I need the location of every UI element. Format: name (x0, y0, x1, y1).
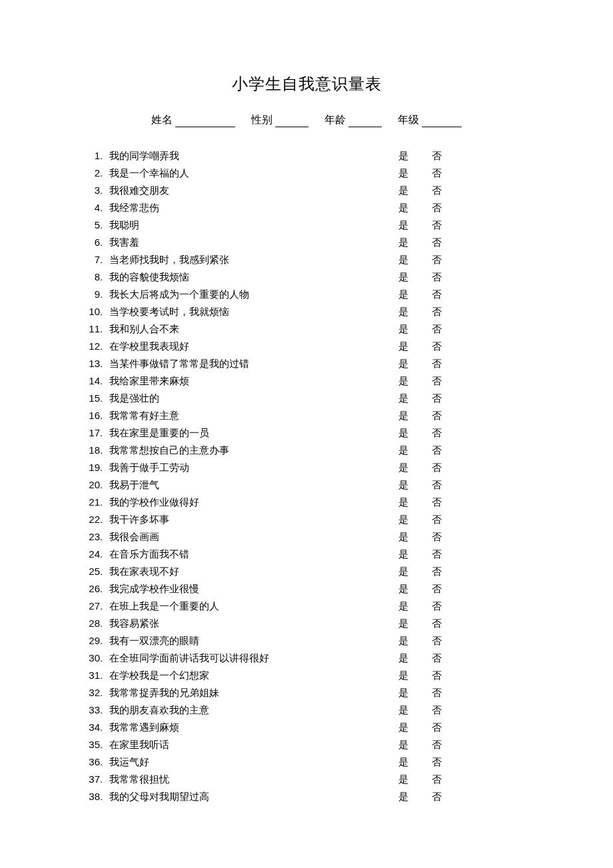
answer-no[interactable]: 否 (420, 199, 453, 217)
question-dot: . (100, 303, 109, 320)
answer-no[interactable]: 否 (420, 390, 453, 407)
field-age: 年龄 (324, 113, 382, 127)
answer-yes[interactable]: 是 (386, 546, 420, 563)
answer-yes[interactable]: 是 (386, 199, 420, 217)
answer-no[interactable]: 否 (420, 511, 453, 528)
answer-yes[interactable]: 是 (386, 442, 420, 459)
answer-yes[interactable]: 是 (386, 303, 420, 320)
answer-yes[interactable]: 是 (386, 494, 420, 511)
answer-yes[interactable]: 是 (386, 320, 420, 338)
answer-no[interactable]: 否 (420, 719, 453, 736)
name-input-line[interactable] (175, 115, 235, 127)
age-input-line[interactable] (348, 115, 382, 127)
answer-yes[interactable]: 是 (386, 407, 420, 424)
answer-no[interactable]: 否 (420, 234, 453, 251)
question-text: 我容易紧张 (109, 615, 386, 632)
question-text: 我的父母对我期望过高 (109, 788, 386, 805)
answer-yes[interactable]: 是 (386, 753, 420, 771)
answer-no[interactable]: 否 (420, 684, 453, 701)
answer-no[interactable]: 否 (420, 303, 453, 320)
answer-yes[interactable]: 是 (386, 355, 420, 372)
answer-yes[interactable]: 是 (386, 632, 420, 650)
answer-no[interactable]: 否 (420, 182, 453, 199)
answer-no[interactable]: 否 (420, 650, 453, 667)
answer-no[interactable]: 否 (420, 407, 453, 424)
answer-no[interactable]: 否 (420, 424, 453, 442)
answer-no[interactable]: 否 (420, 459, 453, 476)
answer-yes[interactable]: 是 (386, 771, 420, 788)
answer-no[interactable]: 否 (420, 736, 453, 753)
answer-yes[interactable]: 是 (386, 580, 420, 598)
answer-yes[interactable]: 是 (386, 390, 420, 407)
answer-no[interactable]: 否 (420, 442, 453, 459)
answer-no[interactable]: 否 (420, 528, 453, 546)
question-number: 23 (80, 528, 100, 546)
answer-yes[interactable]: 是 (386, 165, 420, 182)
answer-yes[interactable]: 是 (386, 563, 420, 580)
answer-yes[interactable]: 是 (386, 684, 420, 701)
answer-yes[interactable]: 是 (386, 667, 420, 684)
answer-no[interactable]: 否 (420, 476, 453, 494)
question-row: 10.当学校要考试时，我就烦恼是否 (80, 303, 533, 320)
answer-no[interactable]: 否 (420, 563, 453, 580)
question-dot: . (100, 476, 109, 494)
answer-no[interactable]: 否 (420, 598, 453, 615)
answer-no[interactable]: 否 (420, 753, 453, 771)
grade-input-line[interactable] (422, 115, 462, 127)
question-dot: . (100, 494, 109, 511)
answer-yes[interactable]: 是 (386, 476, 420, 494)
answer-yes[interactable]: 是 (386, 268, 420, 286)
answer-yes[interactable]: 是 (386, 286, 420, 303)
answer-yes[interactable]: 是 (386, 459, 420, 476)
answer-yes[interactable]: 是 (386, 788, 420, 805)
answer-yes[interactable]: 是 (386, 598, 420, 615)
answer-no[interactable]: 否 (420, 165, 453, 182)
answer-yes[interactable]: 是 (386, 338, 420, 355)
gender-input-line[interactable] (275, 115, 308, 127)
answer-yes[interactable]: 是 (386, 701, 420, 719)
question-row: 16.我常常有好主意是否 (80, 407, 533, 424)
answer-yes[interactable]: 是 (386, 251, 420, 268)
answer-yes[interactable]: 是 (386, 372, 420, 390)
answer-yes[interactable]: 是 (386, 615, 420, 632)
answer-no[interactable]: 否 (420, 268, 453, 286)
question-dot: . (100, 286, 109, 303)
question-text: 我的朋友喜欢我的主意 (109, 701, 386, 719)
question-dot: . (100, 338, 109, 355)
answer-no[interactable]: 否 (420, 632, 453, 650)
question-dot: . (100, 701, 109, 719)
answer-yes[interactable]: 是 (386, 182, 420, 199)
answer-no[interactable]: 否 (420, 320, 453, 338)
answer-no[interactable]: 否 (420, 546, 453, 563)
answer-no[interactable]: 否 (420, 372, 453, 390)
question-row: 28.我容易紧张是否 (80, 615, 533, 632)
question-dot: . (100, 217, 109, 234)
answer-no[interactable]: 否 (420, 217, 453, 234)
answer-yes[interactable]: 是 (386, 528, 420, 546)
question-row: 12.在学校里我表现好是否 (80, 338, 533, 355)
question-dot: . (100, 268, 109, 286)
answer-no[interactable]: 否 (420, 771, 453, 788)
answer-no[interactable]: 否 (420, 667, 453, 684)
answer-yes[interactable]: 是 (386, 511, 420, 528)
answer-no[interactable]: 否 (420, 615, 453, 632)
answer-no[interactable]: 否 (420, 286, 453, 303)
question-dot: . (100, 753, 109, 771)
answer-no[interactable]: 否 (420, 355, 453, 372)
answer-yes[interactable]: 是 (386, 217, 420, 234)
answer-yes[interactable]: 是 (386, 234, 420, 251)
question-number: 28 (80, 615, 100, 632)
answer-no[interactable]: 否 (420, 701, 453, 719)
answer-yes[interactable]: 是 (386, 719, 420, 736)
answer-no[interactable]: 否 (420, 338, 453, 355)
answer-yes[interactable]: 是 (386, 424, 420, 442)
answer-no[interactable]: 否 (420, 580, 453, 598)
answer-yes[interactable]: 是 (386, 147, 420, 165)
answer-no[interactable]: 否 (420, 147, 453, 165)
answer-no[interactable]: 否 (420, 788, 453, 805)
answer-yes[interactable]: 是 (386, 736, 420, 753)
answer-yes[interactable]: 是 (386, 650, 420, 667)
answer-no[interactable]: 否 (420, 494, 453, 511)
question-number: 35 (80, 736, 100, 753)
answer-no[interactable]: 否 (420, 251, 453, 268)
